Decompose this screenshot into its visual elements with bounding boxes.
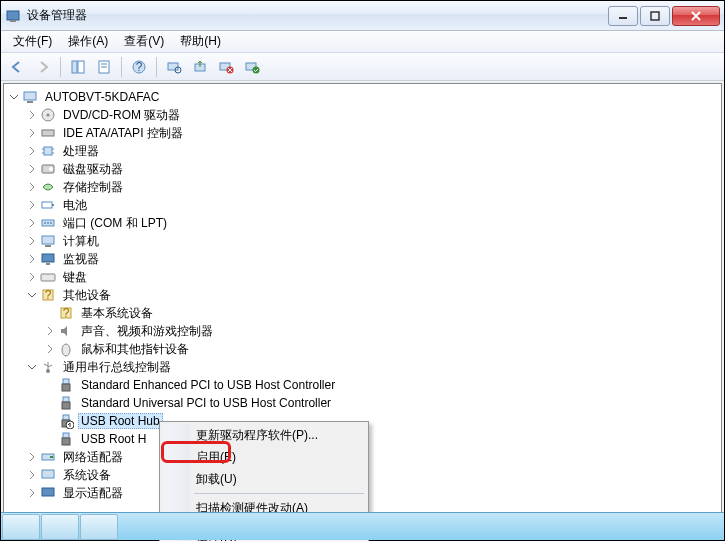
- tree-row[interactable]: 端口 (COM 和 LPT): [6, 214, 719, 232]
- device-icon: [40, 215, 56, 231]
- svg-rect-39: [45, 245, 51, 247]
- expander-icon[interactable]: [24, 125, 40, 141]
- expander-icon[interactable]: [24, 287, 40, 303]
- svg-rect-20: [24, 92, 36, 100]
- tree-row[interactable]: 磁盘驱动器: [6, 160, 719, 178]
- menu-action[interactable]: 操作(A): [60, 31, 116, 52]
- context-menu-item[interactable]: 启用(E): [162, 446, 366, 468]
- expander-icon[interactable]: [42, 431, 58, 447]
- tree-label: 端口 (COM 和 LPT): [60, 214, 170, 233]
- svg-text:?: ?: [45, 288, 52, 302]
- tree-row[interactable]: Standard Enhanced PCI to USB Host Contro…: [6, 376, 719, 394]
- tree-label: 声音、视频和游戏控制器: [78, 322, 216, 341]
- tree-label: Standard Enhanced PCI to USB Host Contro…: [78, 377, 338, 393]
- show-hide-tree-button[interactable]: [66, 55, 90, 79]
- expander-icon[interactable]: [24, 143, 40, 159]
- context-menu-item[interactable]: 更新驱动程序软件(P)...: [162, 424, 366, 446]
- svg-rect-32: [42, 202, 52, 208]
- toolbar-separator: [60, 57, 61, 77]
- svg-rect-4: [72, 61, 77, 73]
- device-manager-window: 设备管理器 文件(F) 操作(A) 查看(V) 帮助(H) ? AUTOBVT-…: [0, 0, 725, 541]
- device-icon: [40, 125, 56, 141]
- help-button[interactable]: ?: [127, 55, 151, 79]
- expander-icon[interactable]: [42, 377, 58, 393]
- tree-row[interactable]: 监视器: [6, 250, 719, 268]
- minimize-button[interactable]: [608, 6, 638, 26]
- svg-rect-60: [62, 438, 70, 445]
- maximize-button[interactable]: [640, 6, 670, 26]
- expander-icon[interactable]: [42, 323, 58, 339]
- tree-label: Standard Universal PCI to USB Host Contr…: [78, 395, 334, 411]
- svg-text:?: ?: [63, 306, 70, 320]
- expander-icon[interactable]: [24, 467, 40, 483]
- tree-row[interactable]: 存储控制器: [6, 178, 719, 196]
- expander-icon[interactable]: [24, 179, 40, 195]
- taskbar[interactable]: [1, 512, 724, 540]
- tree-row[interactable]: 电池: [6, 196, 719, 214]
- expander-icon[interactable]: [42, 305, 58, 321]
- taskbar-item[interactable]: [2, 514, 40, 540]
- expander-icon[interactable]: [24, 269, 40, 285]
- svg-point-23: [47, 114, 50, 117]
- tree-label: AUTOBVT-5KDAFAC: [42, 89, 162, 105]
- back-button[interactable]: [5, 55, 29, 79]
- tree-label: USB Root H: [78, 431, 149, 447]
- svg-rect-11: [168, 63, 178, 70]
- tree-row[interactable]: IDE ATA/ATAPI 控制器: [6, 124, 719, 142]
- toolbar: ?: [1, 53, 724, 81]
- tree-label: IDE ATA/ATAPI 控制器: [60, 124, 186, 143]
- forward-button[interactable]: [31, 55, 55, 79]
- tree-label: 磁盘驱动器: [60, 160, 126, 179]
- svg-rect-40: [42, 254, 54, 262]
- close-button[interactable]: [672, 6, 720, 26]
- expander-icon[interactable]: [24, 449, 40, 465]
- expander-icon[interactable]: [24, 107, 40, 123]
- context-menu-separator: [194, 493, 364, 494]
- svg-point-19: [253, 66, 260, 73]
- tree-row[interactable]: ? 其他设备: [6, 286, 719, 304]
- device-icon: ?: [58, 305, 74, 321]
- expander-icon[interactable]: [42, 341, 58, 357]
- scan-hardware-button[interactable]: [162, 55, 186, 79]
- tree-row[interactable]: DVD/CD-ROM 驱动器: [6, 106, 719, 124]
- tree-row[interactable]: 键盘: [6, 268, 719, 286]
- expander-icon[interactable]: [24, 197, 40, 213]
- expander-icon[interactable]: [42, 413, 58, 429]
- device-icon: [40, 449, 56, 465]
- tree-label: 处理器: [60, 142, 102, 161]
- enable-button[interactable]: [240, 55, 264, 79]
- taskbar-item[interactable]: [80, 514, 118, 540]
- device-icon: [58, 431, 74, 447]
- tree-row[interactable]: AUTOBVT-5KDAFAC: [6, 88, 719, 106]
- menu-file[interactable]: 文件(F): [5, 31, 60, 52]
- tree-row[interactable]: Standard Universal PCI to USB Host Contr…: [6, 394, 719, 412]
- taskbar-item[interactable]: [41, 514, 79, 540]
- tree-label: 其他设备: [60, 286, 114, 305]
- expander-icon[interactable]: [6, 89, 22, 105]
- context-menu-item[interactable]: 卸载(U): [162, 468, 366, 490]
- expander-icon[interactable]: [24, 161, 40, 177]
- properties-button[interactable]: [92, 55, 116, 79]
- tree-row[interactable]: 声音、视频和游戏控制器: [6, 322, 719, 340]
- expander-icon[interactable]: [24, 485, 40, 501]
- expander-icon[interactable]: [24, 233, 40, 249]
- svg-rect-55: [62, 402, 70, 409]
- tree-row[interactable]: ? 基本系统设备: [6, 304, 719, 322]
- tree-row[interactable]: 计算机: [6, 232, 719, 250]
- expander-icon[interactable]: [24, 215, 40, 231]
- expander-icon[interactable]: [42, 395, 58, 411]
- expander-icon[interactable]: [24, 359, 40, 375]
- svg-rect-3: [651, 12, 659, 20]
- menu-help[interactable]: 帮助(H): [172, 31, 229, 52]
- svg-point-35: [44, 222, 46, 224]
- tree-row[interactable]: 处理器: [6, 142, 719, 160]
- tree-row[interactable]: 鼠标和其他指针设备: [6, 340, 719, 358]
- expander-icon[interactable]: [24, 251, 40, 267]
- uninstall-button[interactable]: [214, 55, 238, 79]
- menu-view[interactable]: 查看(V): [116, 31, 172, 52]
- tree-label: 基本系统设备: [78, 304, 156, 323]
- update-driver-button[interactable]: [188, 55, 212, 79]
- tree-row[interactable]: 通用串行总线控制器: [6, 358, 719, 376]
- svg-rect-53: [62, 384, 70, 391]
- device-icon: [40, 143, 56, 159]
